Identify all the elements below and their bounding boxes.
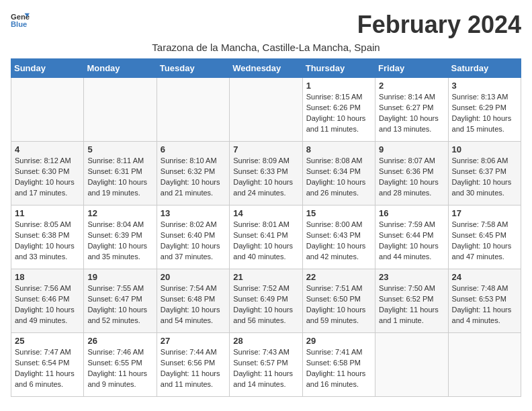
logo-icon: General Blue <box>11 11 30 30</box>
day-info: Sunrise: 8:14 AM Sunset: 6:27 PM Dayligh… <box>379 92 444 135</box>
day-number: 20 <box>161 272 226 282</box>
day-number: 7 <box>233 144 298 154</box>
day-number: 22 <box>306 272 371 282</box>
calendar-week-row: 4Sunrise: 8:12 AM Sunset: 6:30 PM Daylig… <box>11 142 521 205</box>
day-number: 19 <box>87 272 152 282</box>
calendar-week-row: 18Sunrise: 7:56 AM Sunset: 6:46 PM Dayli… <box>11 269 521 333</box>
calendar-cell: 5Sunrise: 8:11 AM Sunset: 6:31 PM Daylig… <box>84 142 157 205</box>
calendar-cell: 6Sunrise: 8:10 AM Sunset: 6:32 PM Daylig… <box>157 142 229 205</box>
day-number: 16 <box>379 208 444 218</box>
calendar-cell: 4Sunrise: 8:12 AM Sunset: 6:30 PM Daylig… <box>11 142 84 205</box>
calendar-cell: 21Sunrise: 7:52 AM Sunset: 6:49 PM Dayli… <box>230 269 302 333</box>
calendar-week-row: 1Sunrise: 8:15 AM Sunset: 6:26 PM Daylig… <box>11 78 521 142</box>
day-number: 14 <box>233 208 298 218</box>
weekday-header-thursday: Thursday <box>302 59 375 78</box>
day-number: 8 <box>306 144 371 154</box>
day-info: Sunrise: 8:02 AM Sunset: 6:40 PM Dayligh… <box>161 220 226 263</box>
calendar-cell: 13Sunrise: 8:02 AM Sunset: 6:40 PM Dayli… <box>157 205 229 269</box>
calendar-cell: 3Sunrise: 8:13 AM Sunset: 6:29 PM Daylig… <box>448 78 521 142</box>
calendar-cell: 11Sunrise: 8:05 AM Sunset: 6:38 PM Dayli… <box>11 205 84 269</box>
weekday-header-wednesday: Wednesday <box>230 59 302 78</box>
day-number: 3 <box>452 81 517 91</box>
calendar-header-row: SundayMondayTuesdayWednesdayThursdayFrid… <box>11 59 521 78</box>
calendar-cell <box>11 78 84 142</box>
calendar-cell: 16Sunrise: 7:59 AM Sunset: 6:44 PM Dayli… <box>375 205 448 269</box>
day-info: Sunrise: 7:56 AM Sunset: 6:46 PM Dayligh… <box>15 283 80 326</box>
weekday-header-monday: Monday <box>84 59 157 78</box>
day-info: Sunrise: 7:48 AM Sunset: 6:53 PM Dayligh… <box>452 283 517 326</box>
weekday-header-friday: Friday <box>375 59 448 78</box>
day-info: Sunrise: 7:52 AM Sunset: 6:49 PM Dayligh… <box>233 283 298 326</box>
day-number: 9 <box>379 144 444 154</box>
day-number: 28 <box>233 336 298 346</box>
weekday-header-saturday: Saturday <box>448 59 521 78</box>
day-info: Sunrise: 7:59 AM Sunset: 6:44 PM Dayligh… <box>379 220 444 263</box>
day-info: Sunrise: 7:50 AM Sunset: 6:52 PM Dayligh… <box>379 283 444 326</box>
day-info: Sunrise: 7:58 AM Sunset: 6:45 PM Dayligh… <box>452 220 517 263</box>
calendar-cell: 15Sunrise: 8:00 AM Sunset: 6:43 PM Dayli… <box>302 205 375 269</box>
calendar-cell: 10Sunrise: 8:06 AM Sunset: 6:37 PM Dayli… <box>448 142 521 205</box>
calendar-cell: 27Sunrise: 7:44 AM Sunset: 6:56 PM Dayli… <box>157 333 229 397</box>
day-number: 26 <box>87 336 152 346</box>
calendar-table: SundayMondayTuesdayWednesdayThursdayFrid… <box>11 58 521 397</box>
calendar-cell: 9Sunrise: 8:07 AM Sunset: 6:36 PM Daylig… <box>375 142 448 205</box>
calendar-cell: 19Sunrise: 7:55 AM Sunset: 6:47 PM Dayli… <box>84 269 157 333</box>
calendar-cell: 1Sunrise: 8:15 AM Sunset: 6:26 PM Daylig… <box>302 78 375 142</box>
weekday-header-sunday: Sunday <box>11 59 84 78</box>
svg-text:Blue: Blue <box>11 20 27 28</box>
calendar-cell: 18Sunrise: 7:56 AM Sunset: 6:46 PM Dayli… <box>11 269 84 333</box>
location-title: Tarazona de la Mancha, Castille-La Manch… <box>11 42 521 53</box>
calendar-cell: 12Sunrise: 8:04 AM Sunset: 6:39 PM Dayli… <box>84 205 157 269</box>
day-info: Sunrise: 8:09 AM Sunset: 6:33 PM Dayligh… <box>233 156 298 199</box>
day-info: Sunrise: 7:41 AM Sunset: 6:58 PM Dayligh… <box>306 347 371 390</box>
day-number: 2 <box>379 81 444 91</box>
day-number: 17 <box>452 208 517 218</box>
calendar-cell: 14Sunrise: 8:01 AM Sunset: 6:41 PM Dayli… <box>230 205 302 269</box>
calendar-cell <box>157 78 229 142</box>
calendar-cell <box>84 78 157 142</box>
calendar-cell: 23Sunrise: 7:50 AM Sunset: 6:52 PM Dayli… <box>375 269 448 333</box>
day-number: 23 <box>379 272 444 282</box>
month-title: February 2024 <box>357 11 521 39</box>
day-number: 25 <box>15 336 80 346</box>
day-info: Sunrise: 7:54 AM Sunset: 6:48 PM Dayligh… <box>161 283 226 326</box>
calendar-cell: 29Sunrise: 7:41 AM Sunset: 6:58 PM Dayli… <box>302 333 375 397</box>
day-number: 1 <box>306 81 371 91</box>
day-info: Sunrise: 8:10 AM Sunset: 6:32 PM Dayligh… <box>161 156 226 199</box>
day-info: Sunrise: 8:05 AM Sunset: 6:38 PM Dayligh… <box>15 220 80 263</box>
day-info: Sunrise: 8:07 AM Sunset: 6:36 PM Dayligh… <box>379 156 444 199</box>
calendar-cell: 26Sunrise: 7:46 AM Sunset: 6:55 PM Dayli… <box>84 333 157 397</box>
day-number: 21 <box>233 272 298 282</box>
day-number: 13 <box>161 208 226 218</box>
calendar-cell: 17Sunrise: 7:58 AM Sunset: 6:45 PM Dayli… <box>448 205 521 269</box>
calendar-cell: 28Sunrise: 7:43 AM Sunset: 6:57 PM Dayli… <box>230 333 302 397</box>
calendar-cell <box>448 333 521 397</box>
calendar-cell: 8Sunrise: 8:08 AM Sunset: 6:34 PM Daylig… <box>302 142 375 205</box>
calendar-week-row: 25Sunrise: 7:47 AM Sunset: 6:54 PM Dayli… <box>11 333 521 397</box>
day-info: Sunrise: 8:06 AM Sunset: 6:37 PM Dayligh… <box>452 156 517 199</box>
calendar-cell: 20Sunrise: 7:54 AM Sunset: 6:48 PM Dayli… <box>157 269 229 333</box>
calendar-cell: 25Sunrise: 7:47 AM Sunset: 6:54 PM Dayli… <box>11 333 84 397</box>
day-info: Sunrise: 8:13 AM Sunset: 6:29 PM Dayligh… <box>452 92 517 135</box>
calendar-cell: 2Sunrise: 8:14 AM Sunset: 6:27 PM Daylig… <box>375 78 448 142</box>
day-info: Sunrise: 7:55 AM Sunset: 6:47 PM Dayligh… <box>87 283 152 326</box>
day-info: Sunrise: 8:04 AM Sunset: 6:39 PM Dayligh… <box>87 220 152 263</box>
day-number: 27 <box>161 336 226 346</box>
weekday-header-tuesday: Tuesday <box>157 59 229 78</box>
calendar-body: 1Sunrise: 8:15 AM Sunset: 6:26 PM Daylig… <box>11 78 521 397</box>
calendar-cell: 22Sunrise: 7:51 AM Sunset: 6:50 PM Dayli… <box>302 269 375 333</box>
day-number: 12 <box>87 208 152 218</box>
day-info: Sunrise: 7:47 AM Sunset: 6:54 PM Dayligh… <box>15 347 80 390</box>
day-info: Sunrise: 7:51 AM Sunset: 6:50 PM Dayligh… <box>306 283 371 326</box>
day-number: 18 <box>15 272 80 282</box>
day-number: 15 <box>306 208 371 218</box>
day-info: Sunrise: 8:00 AM Sunset: 6:43 PM Dayligh… <box>306 220 371 263</box>
calendar-cell <box>375 333 448 397</box>
day-info: Sunrise: 8:11 AM Sunset: 6:31 PM Dayligh… <box>87 156 152 199</box>
day-info: Sunrise: 8:01 AM Sunset: 6:41 PM Dayligh… <box>233 220 298 263</box>
day-info: Sunrise: 8:08 AM Sunset: 6:34 PM Dayligh… <box>306 156 371 199</box>
day-info: Sunrise: 7:44 AM Sunset: 6:56 PM Dayligh… <box>161 347 226 390</box>
day-number: 24 <box>452 272 517 282</box>
day-number: 10 <box>452 144 517 154</box>
calendar-cell: 7Sunrise: 8:09 AM Sunset: 6:33 PM Daylig… <box>230 142 302 205</box>
